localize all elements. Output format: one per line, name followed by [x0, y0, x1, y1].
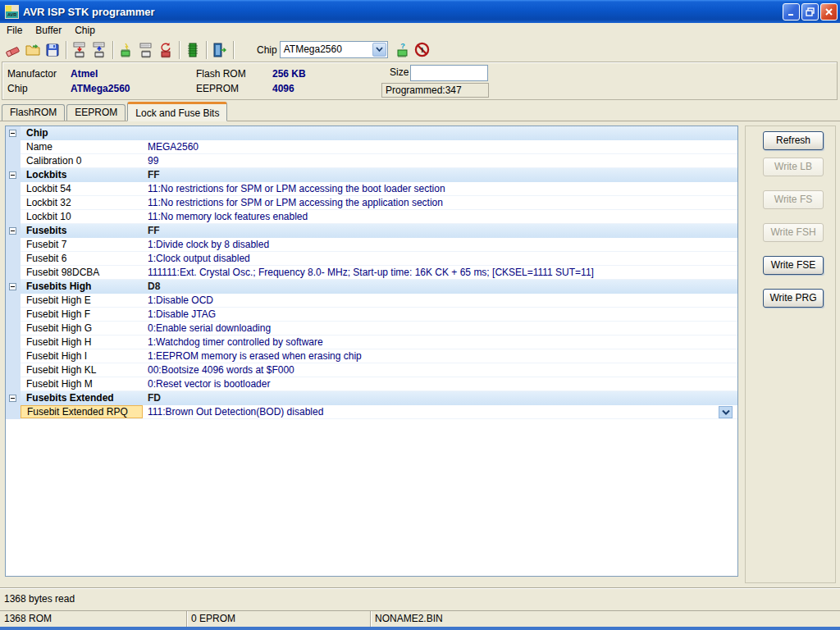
- grid-row[interactable]: Fusebit High E1:Disable OCD: [6, 294, 737, 308]
- row-name: Fusebit High H: [21, 336, 142, 349]
- grid-group-row[interactable]: Fusebits HighD8: [6, 280, 737, 294]
- open-file-button[interactable]: [23, 40, 43, 60]
- save-file-button[interactable]: [43, 40, 62, 60]
- size-label: Size: [390, 66, 409, 78]
- row-gutter: [6, 224, 21, 238]
- chip-value: ATMega2560: [71, 83, 130, 94]
- reload-chip-icon: [158, 42, 174, 58]
- grid-row[interactable]: Calibration 099: [6, 154, 737, 168]
- row-gutter: [6, 154, 21, 168]
- row-value: 1:Disable JTAG: [142, 308, 737, 322]
- ic-chip-icon: [185, 42, 201, 58]
- write-fsh-button[interactable]: Write FSH: [763, 223, 824, 242]
- grid-row[interactable]: Fusebit High F1:Disable JTAG: [6, 308, 737, 322]
- read-status-line: 1368 bytes read: [0, 587, 840, 610]
- menu-buffer[interactable]: Buffer: [29, 24, 68, 37]
- window-bottom-edge: [0, 627, 840, 630]
- close-button[interactable]: [820, 3, 838, 21]
- fuse-bits-grid[interactable]: Chip NameMEGA2560 Calibration 099 Lockbi…: [5, 126, 738, 577]
- grid-row[interactable]: Fusebit High M0:Reset vector is bootload…: [6, 377, 737, 391]
- write-chip-button[interactable]: [89, 40, 109, 60]
- grid-row[interactable]: Fusebit High KL00:Bootsize 4096 words at…: [6, 363, 737, 377]
- chip-select-label: Chip: [257, 44, 277, 56]
- restore-button[interactable]: [801, 3, 819, 21]
- exit-button[interactable]: [210, 40, 230, 60]
- status-bar: 1368 ROM 0 EPROM NONAME2.BIN: [0, 610, 840, 627]
- write-prg-button[interactable]: Write PRG: [763, 289, 824, 308]
- value-dropdown-button[interactable]: [719, 406, 733, 418]
- menu-file[interactable]: File: [0, 24, 29, 37]
- row-name: Fusebit 98DCBA: [21, 266, 142, 280]
- row-gutter: [6, 210, 21, 224]
- detect-chip-button[interactable]: ?: [393, 40, 413, 60]
- write-lb-button[interactable]: Write LB: [763, 158, 824, 176]
- cancel-button[interactable]: !: [413, 40, 432, 60]
- tab-flashrom[interactable]: FlashROM: [2, 104, 65, 121]
- size-input[interactable]: [410, 65, 488, 81]
- toolbar-separator: [66, 41, 66, 59]
- row-name: Fusebits High: [21, 280, 142, 294]
- grid-row-selected[interactable]: Fusebit Extended RPQ 111:Brown Out Detec…: [6, 405, 737, 419]
- chevron-down-icon: [722, 409, 730, 416]
- grid-group-row[interactable]: Chip: [6, 126, 737, 140]
- grid-row[interactable]: Fusebit 98DCBA111111:Ext. Crystal Osc.; …: [6, 266, 737, 280]
- write-fse-button[interactable]: Write FSE: [763, 256, 824, 275]
- grid-row[interactable]: Lockbit 1011:No memory lock features ena…: [6, 210, 737, 224]
- collapse-icon[interactable]: [9, 395, 16, 402]
- minimize-button[interactable]: [783, 3, 800, 21]
- refresh-button[interactable]: Refresh: [763, 131, 824, 150]
- toolbar: Chip ATMega2560 ? !: [0, 38, 840, 62]
- row-name: Chip: [21, 126, 142, 140]
- row-name: Fusebit 7: [21, 238, 142, 252]
- erase-buffer-button[interactable]: [3, 40, 23, 60]
- tab-strip: FlashROM EEPROM Lock and Fuse Bits: [0, 102, 840, 121]
- toolbar-separator: [233, 41, 234, 59]
- row-name: Fusebits: [21, 224, 142, 238]
- menu-bar: File Buffer Chip: [0, 23, 840, 38]
- menu-chip[interactable]: Chip: [68, 24, 102, 37]
- reload-chip-button[interactable]: [156, 40, 176, 60]
- grid-group-row[interactable]: Fusebits ExtendedFD: [6, 391, 737, 405]
- tab-lock-and-fuse-bits[interactable]: Lock and Fuse Bits: [127, 102, 227, 121]
- write-fs-button[interactable]: Write FS: [763, 190, 824, 209]
- erase-chip-button[interactable]: [116, 40, 136, 60]
- verify-chip-button[interactable]: [136, 40, 156, 60]
- flash-rom-value: 256 KB: [272, 68, 306, 80]
- row-value: 111:Brown Out Detection(BOD) disabled: [142, 405, 737, 419]
- grid-group-row[interactable]: FusebitsFF: [6, 224, 737, 238]
- tab-eeprom[interactable]: EEPROM: [66, 104, 126, 121]
- collapse-icon[interactable]: [9, 171, 16, 179]
- svg-text:?: ?: [400, 42, 405, 50]
- row-gutter: [6, 336, 21, 349]
- collapse-icon[interactable]: [9, 283, 16, 290]
- grid-row[interactable]: Fusebit 61:Clock output disabled: [6, 252, 737, 266]
- collapse-icon[interactable]: [9, 130, 16, 137]
- row-value: 1:Clock output disabled: [142, 252, 737, 266]
- stop-icon: !: [414, 42, 430, 57]
- collapse-icon[interactable]: [9, 227, 16, 235]
- grid-row[interactable]: Fusebit High H1:Watchdog timer controlle…: [6, 336, 737, 349]
- grid-row[interactable]: NameMEGA2560: [6, 140, 737, 154]
- lock-and-fuse-panel: Chip NameMEGA2560 Calibration 099 Lockbi…: [0, 121, 840, 587]
- open-folder-icon: [25, 42, 41, 58]
- chip-select[interactable]: ATMega2560: [280, 41, 388, 58]
- row-gutter: [6, 322, 21, 336]
- grid-group-row[interactable]: LockbitsFF: [6, 168, 737, 182]
- chevron-down-icon: [376, 47, 383, 52]
- grid-row[interactable]: Lockbit 5411:No restrictions for SPM or …: [6, 182, 737, 196]
- app-window: AVR AVR ISP STK programmer File Buffer C…: [0, 0, 840, 630]
- grid-row[interactable]: Fusebit High G0:Enable serial downloadin…: [6, 322, 737, 336]
- chip-select-dropdown-button[interactable]: [372, 43, 386, 57]
- row-gutter: [6, 168, 21, 182]
- chip-test-button[interactable]: [183, 40, 203, 60]
- grid-row[interactable]: Lockbit 3211:No restrictions for SPM or …: [6, 196, 737, 210]
- row-gutter: [6, 363, 21, 377]
- row-gutter: [6, 196, 21, 210]
- read-chip-button[interactable]: [70, 40, 89, 60]
- row-name: Fusebit High E: [21, 294, 142, 308]
- grid-row[interactable]: Fusebit High I1:EEPROM memory is erased …: [6, 349, 737, 363]
- grid-row[interactable]: Fusebit 71:Divide clock by 8 disabled: [6, 238, 737, 252]
- toolbar-separator: [179, 41, 180, 59]
- status-eprom: 0 EPROM: [187, 611, 371, 627]
- minimize-icon: [786, 7, 797, 17]
